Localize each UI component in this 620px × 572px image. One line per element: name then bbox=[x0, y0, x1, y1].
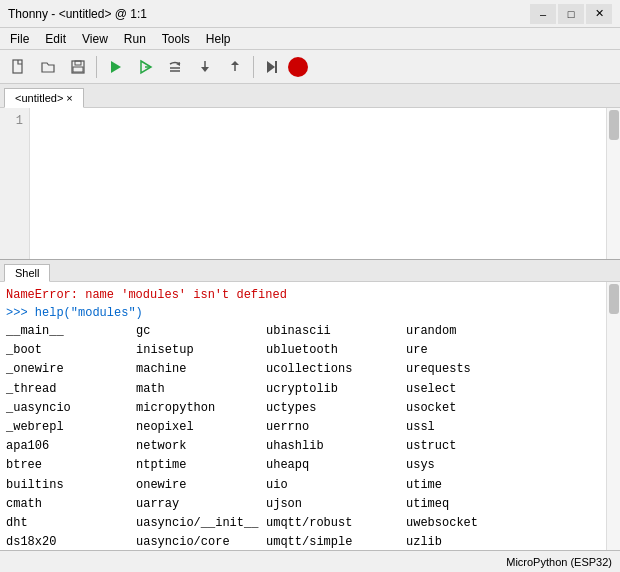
module-cell: urandom bbox=[406, 322, 536, 341]
module-cell: uheapq bbox=[266, 456, 406, 475]
module-cell: machine bbox=[136, 360, 266, 379]
new-button[interactable] bbox=[4, 53, 32, 81]
maximize-button[interactable]: □ bbox=[558, 4, 584, 24]
module-cell: cmath bbox=[6, 495, 136, 514]
open-button[interactable] bbox=[34, 53, 62, 81]
module-cell: btree bbox=[6, 456, 136, 475]
module-cell: _webrepl bbox=[6, 418, 136, 437]
module-cell: neopixel bbox=[136, 418, 266, 437]
shell-scrollbar[interactable] bbox=[606, 282, 620, 550]
step-out-button[interactable] bbox=[221, 53, 249, 81]
module-cell: network bbox=[136, 437, 266, 456]
step-over-button[interactable] bbox=[161, 53, 189, 81]
shell-tabs: Shell bbox=[0, 260, 620, 282]
svg-marker-13 bbox=[231, 61, 239, 65]
resume-button[interactable] bbox=[258, 53, 286, 81]
menu-view[interactable]: View bbox=[76, 30, 114, 48]
status-bar: MicroPython (ESP32) bbox=[0, 550, 620, 572]
tab-shell[interactable]: Shell bbox=[4, 264, 50, 282]
module-cell: ubluetooth bbox=[266, 341, 406, 360]
module-cell: umqtt/simple bbox=[266, 533, 406, 550]
module-cell: ubinascii bbox=[266, 322, 406, 341]
module-cell: ucryptolib bbox=[266, 380, 406, 399]
module-cell: onewire bbox=[136, 476, 266, 495]
title-text: Thonny - <untitled> @ 1:1 bbox=[8, 7, 147, 21]
module-cell: uselect bbox=[406, 380, 536, 399]
module-cell: uasyncio/__init__ bbox=[136, 514, 266, 533]
menu-run[interactable]: Run bbox=[118, 30, 152, 48]
shell-content[interactable]: NameError: name 'modules' isn't defined … bbox=[0, 282, 620, 550]
module-cell: uasyncio/core bbox=[136, 533, 266, 550]
module-cell: uzlib bbox=[406, 533, 536, 550]
module-cell: builtins bbox=[6, 476, 136, 495]
module-cell: uerrno bbox=[266, 418, 406, 437]
module-cell: uio bbox=[266, 476, 406, 495]
toolbar-sep2 bbox=[253, 56, 254, 78]
module-cell: micropython bbox=[136, 399, 266, 418]
module-cell: inisetup bbox=[136, 341, 266, 360]
module-cell: ujson bbox=[266, 495, 406, 514]
shell-wrapper: NameError: name 'modules' isn't defined … bbox=[0, 282, 620, 550]
module-cell: _uasyncio bbox=[6, 399, 136, 418]
editor-content[interactable] bbox=[30, 108, 606, 259]
module-table: __main__gcubinasciiurandom_bootinisetupu… bbox=[6, 322, 614, 550]
module-cell: ure bbox=[406, 341, 536, 360]
step-into-button[interactable] bbox=[191, 53, 219, 81]
module-cell: utime bbox=[406, 476, 536, 495]
module-cell: _thread bbox=[6, 380, 136, 399]
editor-scrollbar-thumb[interactable] bbox=[609, 110, 619, 140]
menu-tools[interactable]: Tools bbox=[156, 30, 196, 48]
tab-untitled[interactable]: <untitled> × bbox=[4, 88, 84, 108]
module-cell: uarray bbox=[136, 495, 266, 514]
module-cell: uwebsocket bbox=[406, 514, 536, 533]
save-button[interactable] bbox=[64, 53, 92, 81]
module-cell: __main__ bbox=[6, 322, 136, 341]
stop-button[interactable] bbox=[288, 57, 308, 77]
menu-bar: File Edit View Run Tools Help bbox=[0, 28, 620, 50]
menu-edit[interactable]: Edit bbox=[39, 30, 72, 48]
module-cell: urequests bbox=[406, 360, 536, 379]
module-cell: usocket bbox=[406, 399, 536, 418]
editor-scrollbar[interactable] bbox=[606, 108, 620, 259]
module-cell: ds18x20 bbox=[6, 533, 136, 550]
svg-rect-3 bbox=[73, 67, 83, 72]
module-cell: uhashlib bbox=[266, 437, 406, 456]
editor-tabs: <untitled> × bbox=[0, 84, 620, 108]
svg-marker-14 bbox=[267, 61, 275, 73]
error-line: NameError: name 'modules' isn't defined bbox=[6, 286, 614, 304]
help-command: >>> help("modules") bbox=[6, 304, 614, 322]
debug-button[interactable] bbox=[131, 53, 159, 81]
module-cell: dht bbox=[6, 514, 136, 533]
toolbar-sep1 bbox=[96, 56, 97, 78]
menu-help[interactable]: Help bbox=[200, 30, 237, 48]
module-cell: ustruct bbox=[406, 437, 536, 456]
shell-scrollbar-thumb[interactable] bbox=[609, 284, 619, 314]
module-cell: _onewire bbox=[6, 360, 136, 379]
editor-area: 1 bbox=[0, 108, 620, 260]
line-numbers: 1 bbox=[0, 108, 30, 259]
minimize-button[interactable]: – bbox=[530, 4, 556, 24]
module-cell: usys bbox=[406, 456, 536, 475]
svg-marker-4 bbox=[111, 61, 121, 73]
module-cell: math bbox=[136, 380, 266, 399]
module-cell: utimeq bbox=[406, 495, 536, 514]
module-cell: _boot bbox=[6, 341, 136, 360]
title-bar: Thonny - <untitled> @ 1:1 – □ ✕ bbox=[0, 0, 620, 28]
module-cell: ucollections bbox=[266, 360, 406, 379]
title-controls: – □ ✕ bbox=[530, 4, 612, 24]
close-button[interactable]: ✕ bbox=[586, 4, 612, 24]
bottom-pane: Shell NameError: name 'modules' isn't de… bbox=[0, 260, 620, 550]
module-cell: ntptime bbox=[136, 456, 266, 475]
toolbar bbox=[0, 50, 620, 84]
run-button[interactable] bbox=[101, 53, 129, 81]
module-cell: uctypes bbox=[266, 399, 406, 418]
svg-marker-11 bbox=[201, 67, 209, 72]
module-cell: umqtt/robust bbox=[266, 514, 406, 533]
status-right: MicroPython (ESP32) bbox=[506, 556, 612, 568]
module-cell: apa106 bbox=[6, 437, 136, 456]
module-cell: gc bbox=[136, 322, 266, 341]
menu-file[interactable]: File bbox=[4, 30, 35, 48]
module-cell: ussl bbox=[406, 418, 536, 437]
